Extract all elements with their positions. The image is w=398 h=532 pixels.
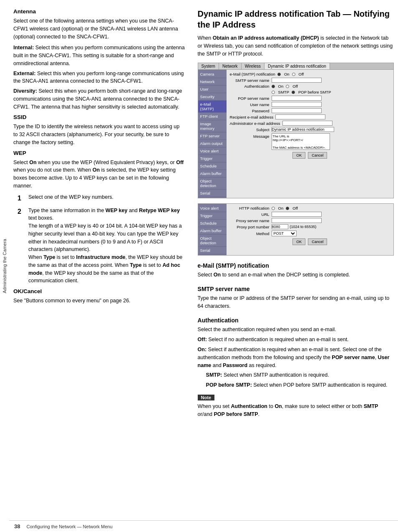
smtp-radio[interactable] — [272, 91, 275, 94]
wep-step-2: 2 Type the same information in the WEP k… — [18, 207, 185, 285]
page-container: Administrating the Camera Antenna Select… — [0, 0, 398, 532]
http-radio-off[interactable] — [286, 207, 289, 210]
form-row-http: HTTP notification On Off — [230, 206, 390, 210]
url-input[interactable] — [272, 212, 322, 217]
ui-sidebar-object-detection[interactable]: Object detection — [198, 177, 227, 190]
wep-intro: Select On when you use the WEP (Wired Eq… — [13, 159, 185, 190]
auth-off: Off: Select if no authentication is requ… — [198, 336, 394, 344]
auth-radio-off[interactable] — [286, 85, 289, 88]
smtp-server-body: Type the name or IP address of the SMTP … — [198, 294, 394, 310]
ok-cancel-body: See "Buttons common to every menu" on pa… — [13, 297, 185, 305]
ui-inner-1: Camera Network User Security e-Mail (SMT… — [198, 70, 393, 198]
ui-sidebar-2-serial[interactable]: Serial — [198, 247, 227, 254]
main-heading: Dynamic IP address notification Tab — No… — [198, 8, 394, 30]
note-box: Note When you set Authentication to On, … — [198, 394, 394, 418]
tab-dynamic-ip[interactable]: Dynamic IP address notification — [264, 63, 330, 69]
ui-sidebar-2-schedule[interactable]: Schedule — [198, 220, 227, 227]
ui-sidebar-ftp-client[interactable]: FTP client — [198, 113, 227, 120]
ui-sidebar-user[interactable]: User — [198, 86, 227, 93]
tab-wireless[interactable]: Wireless — [242, 63, 264, 69]
form-row-smtp-server: SMTP server name — [230, 78, 390, 83]
intro-text: When Obtain an IP address automatically … — [198, 34, 394, 58]
ok-button-2[interactable]: OK — [292, 238, 305, 245]
subject-input[interactable] — [272, 127, 334, 132]
right-column: Dynamic IP address notification Tab — No… — [194, 8, 394, 516]
cancel-button-1[interactable]: Cancel — [308, 152, 327, 159]
ui-sidebar-2-voice-alert[interactable]: Voice alert — [198, 205, 227, 212]
password-input[interactable] — [272, 108, 322, 113]
ui-sidebar-2-trigger[interactable]: Trigger — [198, 212, 227, 220]
authentication-heading: Authentication — [198, 317, 394, 324]
auth-on: On: Select if authentication is required… — [198, 346, 394, 369]
form-row-auth: Authentication On Off — [230, 84, 390, 89]
wep-step-1: 1 Select one of the WEP key numbers. — [18, 193, 185, 203]
form-row-method: Method POST GET — [230, 231, 390, 236]
form-row-recipient: Recipient e-mail address — [230, 114, 390, 119]
proxy-server-input[interactable] — [272, 218, 322, 223]
admin-email-input[interactable] — [282, 121, 333, 126]
ui-sidebar-2-alarm-buffer[interactable]: Alarm buffer — [198, 227, 227, 235]
ui-sidebar-image-memory[interactable]: Image memory — [198, 120, 227, 132]
smtp-server-input[interactable] — [272, 78, 322, 83]
ok-button-1[interactable]: OK — [292, 152, 305, 159]
http-radio-on[interactable] — [272, 207, 275, 210]
ui-sidebar-alarm-buffer[interactable]: Alarm buffer — [198, 170, 227, 177]
ui-buttons-1: OK Cancel — [230, 152, 390, 159]
antenna-external: External: Select this when you perform l… — [13, 70, 185, 86]
ssid-body: Type the ID to identify the wireless net… — [13, 123, 185, 146]
wep-steps: 1 Select one of the WEP key numbers. 2 T… — [18, 193, 185, 285]
radio-on[interactable] — [277, 73, 281, 76]
radio-off[interactable] — [292, 73, 295, 76]
message-textarea[interactable]: The URL ishttp://<IP>:<PORT>/The MAC add… — [272, 133, 330, 150]
proxy-port-input[interactable] — [272, 224, 288, 229]
ui-sidebar-trigger[interactable]: Trigger — [198, 155, 227, 162]
footer-text: Configuring the Network — Network Menu — [26, 524, 112, 529]
form-row-proxy-port: Proxy port number (1024 to 65535) — [230, 224, 390, 229]
ui-screenshot-2: Voice alert Trigger Schedule Alarm buffe… — [198, 203, 394, 256]
pop-radio[interactable] — [292, 91, 295, 94]
ui-sidebar-ftp-server[interactable]: FTP server — [198, 132, 227, 140]
ui-sidebar-security[interactable]: Security — [198, 93, 227, 101]
ui-buttons-2: OK Cancel — [230, 238, 390, 245]
ui-sidebar-1: Camera Network User Security e-Mail (SMT… — [198, 70, 227, 198]
tab-system[interactable]: System — [198, 63, 219, 69]
form-row-proxy-server: Proxy server name — [230, 218, 390, 223]
sidebar-label: Administrating the Camera — [2, 239, 7, 293]
ui-screenshot-1: System Network Wireless Dynamic IP addre… — [198, 63, 394, 198]
form-row-pop-server: POP server name — [230, 96, 390, 101]
cancel-button-2[interactable]: Cancel — [308, 238, 327, 245]
sidebar: Administrating the Camera — [0, 0, 9, 532]
ok-cancel-heading: OK/Cancel — [13, 288, 185, 294]
antenna-heading: Antenna — [13, 8, 185, 15]
recipient-input[interactable] — [275, 114, 325, 119]
ui-sidebar-camera[interactable]: Camera — [198, 71, 227, 78]
method-select[interactable]: POST GET — [272, 231, 297, 236]
ui-sidebar-network[interactable]: Network — [198, 78, 227, 86]
subsection-authentication: Authentication Select the authentication… — [198, 317, 394, 389]
antenna-items: Internal: Select this when you perform c… — [13, 44, 185, 111]
ui-form-1: e-Mail (SMTP) notification On Off SMTP s… — [227, 70, 393, 198]
section-ok-cancel: OK/Cancel See "Buttons common to every m… — [13, 288, 185, 305]
ui-sidebar-2-object-detection[interactable]: Object detection — [198, 235, 227, 247]
ui-sidebar-schedule[interactable]: Schedule — [198, 162, 227, 170]
form-row-url: URL — [230, 212, 390, 217]
email-smtp-heading: e-Mail (SMTP) notification — [198, 262, 394, 269]
ui-sidebar-alarm-output[interactable]: Alarm output — [198, 140, 227, 147]
note-text: When you set Authentication to On, make … — [198, 403, 394, 418]
ui-form-2: HTTP notification On Off URL Proxy serve… — [227, 204, 393, 255]
tab-network[interactable]: Network — [219, 63, 242, 69]
auth-radio-on[interactable] — [272, 85, 275, 88]
ui-sidebar-serial[interactable]: Serial — [198, 190, 227, 197]
antenna-diversity: Diversity: Select this when you perform … — [13, 87, 185, 111]
form-row-username: User name — [230, 102, 390, 107]
left-column: Antenna Select one of the following ante… — [13, 8, 194, 516]
pop-server-input[interactable] — [272, 96, 322, 101]
ui-sidebar-email[interactable]: e-Mail (SMTP) — [198, 101, 227, 113]
antenna-internal: Internal: Select this when you perform c… — [13, 44, 185, 67]
form-row-subject: Subject — [230, 127, 390, 132]
username-input[interactable] — [272, 102, 322, 107]
main-content: Antenna Select one of the following ante… — [9, 0, 398, 520]
ui-sidebar-voice-alert[interactable]: Voice alert — [198, 147, 227, 155]
auth-pop-before-smtp: POP before SMTP: Select when POP before … — [198, 381, 394, 389]
form-row-email-notification: e-Mail (SMTP) notification On Off — [230, 72, 390, 76]
